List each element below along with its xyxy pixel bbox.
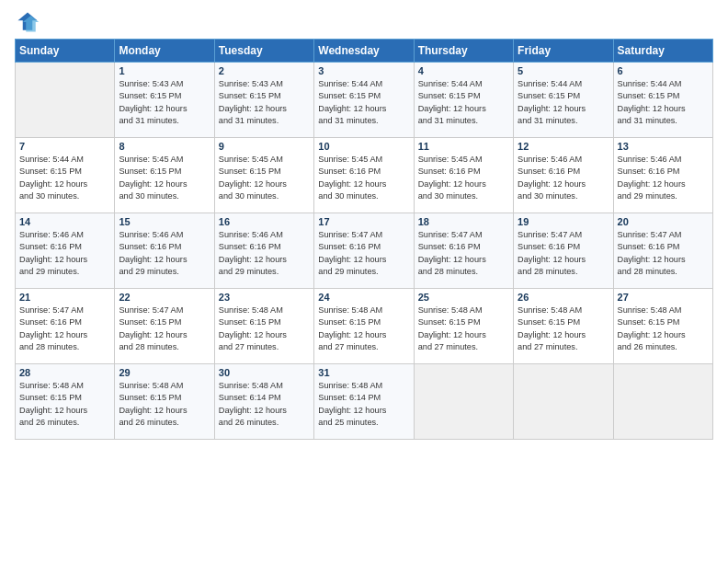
day-info: Sunrise: 5:43 AM Sunset: 6:15 PM Dayligh… bbox=[119, 78, 210, 127]
day-info: Sunrise: 5:47 AM Sunset: 6:16 PM Dayligh… bbox=[518, 229, 609, 278]
calendar-cell: 31Sunrise: 5:48 AM Sunset: 6:14 PM Dayli… bbox=[314, 364, 414, 440]
day-info: Sunrise: 5:48 AM Sunset: 6:15 PM Dayligh… bbox=[618, 304, 709, 353]
day-info: Sunrise: 5:48 AM Sunset: 6:15 PM Dayligh… bbox=[418, 304, 509, 353]
day-info: Sunrise: 5:44 AM Sunset: 6:15 PM Dayligh… bbox=[418, 78, 509, 127]
day-number: 4 bbox=[418, 65, 509, 76]
day-number: 11 bbox=[418, 141, 509, 152]
day-number: 5 bbox=[518, 65, 609, 76]
day-info: Sunrise: 5:45 AM Sunset: 6:16 PM Dayligh… bbox=[418, 154, 509, 202]
day-number: 19 bbox=[518, 216, 609, 227]
day-info: Sunrise: 5:48 AM Sunset: 6:14 PM Dayligh… bbox=[219, 380, 310, 429]
day-number: 7 bbox=[19, 141, 110, 152]
calendar-cell: 2Sunrise: 5:43 AM Sunset: 6:15 PM Daylig… bbox=[214, 63, 313, 138]
day-number: 30 bbox=[219, 367, 310, 378]
header bbox=[15, 9, 713, 35]
calendar-cell: 19Sunrise: 5:47 AM Sunset: 6:16 PM Dayli… bbox=[514, 213, 613, 289]
calendar-table: SundayMondayTuesdayWednesdayThursdayFrid… bbox=[15, 39, 713, 440]
day-number: 18 bbox=[418, 216, 509, 227]
header-cell-saturday: Saturday bbox=[613, 40, 712, 63]
day-info: Sunrise: 5:45 AM Sunset: 6:15 PM Dayligh… bbox=[219, 154, 310, 202]
day-number: 31 bbox=[318, 367, 409, 378]
calendar-header: SundayMondayTuesdayWednesdayThursdayFrid… bbox=[16, 40, 713, 63]
calendar-cell: 28Sunrise: 5:48 AM Sunset: 6:15 PM Dayli… bbox=[16, 364, 115, 440]
day-number: 13 bbox=[618, 141, 709, 152]
calendar-cell: 24Sunrise: 5:48 AM Sunset: 6:15 PM Dayli… bbox=[314, 289, 414, 364]
calendar-cell: 18Sunrise: 5:47 AM Sunset: 6:16 PM Dayli… bbox=[414, 213, 513, 289]
day-info: Sunrise: 5:45 AM Sunset: 6:15 PM Dayligh… bbox=[119, 154, 210, 202]
page-container: SundayMondayTuesdayWednesdayThursdayFrid… bbox=[0, 0, 728, 449]
calendar-cell: 17Sunrise: 5:47 AM Sunset: 6:16 PM Dayli… bbox=[314, 213, 414, 289]
calendar-cell: 7Sunrise: 5:44 AM Sunset: 6:15 PM Daylig… bbox=[16, 138, 115, 213]
day-info: Sunrise: 5:47 AM Sunset: 6:16 PM Dayligh… bbox=[418, 229, 509, 278]
day-number: 21 bbox=[19, 292, 110, 303]
calendar-cell bbox=[414, 364, 513, 440]
week-row-4: 21Sunrise: 5:47 AM Sunset: 6:16 PM Dayli… bbox=[16, 289, 713, 364]
day-number: 23 bbox=[219, 292, 310, 303]
calendar-cell: 12Sunrise: 5:46 AM Sunset: 6:16 PM Dayli… bbox=[514, 138, 613, 213]
calendar-cell: 22Sunrise: 5:47 AM Sunset: 6:15 PM Dayli… bbox=[115, 289, 214, 364]
week-row-3: 14Sunrise: 5:46 AM Sunset: 6:16 PM Dayli… bbox=[16, 213, 713, 289]
day-number: 28 bbox=[19, 367, 110, 378]
calendar-cell: 5Sunrise: 5:44 AM Sunset: 6:15 PM Daylig… bbox=[514, 63, 613, 138]
day-number: 9 bbox=[219, 141, 310, 152]
day-info: Sunrise: 5:46 AM Sunset: 6:16 PM Dayligh… bbox=[618, 154, 709, 202]
day-info: Sunrise: 5:48 AM Sunset: 6:15 PM Dayligh… bbox=[19, 380, 110, 429]
week-row-2: 7Sunrise: 5:44 AM Sunset: 6:15 PM Daylig… bbox=[16, 138, 713, 213]
day-number: 25 bbox=[418, 292, 509, 303]
day-number: 3 bbox=[318, 65, 409, 76]
day-number: 29 bbox=[119, 367, 210, 378]
day-info: Sunrise: 5:48 AM Sunset: 6:15 PM Dayligh… bbox=[219, 304, 310, 353]
header-cell-tuesday: Tuesday bbox=[214, 40, 313, 63]
calendar-cell: 16Sunrise: 5:46 AM Sunset: 6:16 PM Dayli… bbox=[214, 213, 313, 289]
logo bbox=[15, 9, 44, 35]
calendar-cell: 25Sunrise: 5:48 AM Sunset: 6:15 PM Dayli… bbox=[414, 289, 513, 364]
day-number: 2 bbox=[219, 65, 310, 76]
header-cell-thursday: Thursday bbox=[414, 40, 513, 63]
day-info: Sunrise: 5:45 AM Sunset: 6:16 PM Dayligh… bbox=[318, 154, 409, 202]
day-number: 15 bbox=[119, 216, 210, 227]
day-info: Sunrise: 5:44 AM Sunset: 6:15 PM Dayligh… bbox=[318, 78, 409, 127]
header-row: SundayMondayTuesdayWednesdayThursdayFrid… bbox=[16, 40, 713, 63]
day-number: 26 bbox=[518, 292, 609, 303]
calendar-cell bbox=[514, 364, 613, 440]
day-info: Sunrise: 5:47 AM Sunset: 6:16 PM Dayligh… bbox=[19, 304, 110, 353]
day-number: 27 bbox=[618, 292, 709, 303]
calendar-cell: 6Sunrise: 5:44 AM Sunset: 6:15 PM Daylig… bbox=[613, 63, 712, 138]
day-info: Sunrise: 5:46 AM Sunset: 6:16 PM Dayligh… bbox=[518, 154, 609, 202]
week-row-1: 1Sunrise: 5:43 AM Sunset: 6:15 PM Daylig… bbox=[16, 63, 713, 138]
day-number: 14 bbox=[19, 216, 110, 227]
day-info: Sunrise: 5:48 AM Sunset: 6:15 PM Dayligh… bbox=[318, 304, 409, 353]
header-cell-friday: Friday bbox=[514, 40, 613, 63]
calendar-cell: 8Sunrise: 5:45 AM Sunset: 6:15 PM Daylig… bbox=[115, 138, 214, 213]
calendar-cell: 15Sunrise: 5:46 AM Sunset: 6:16 PM Dayli… bbox=[115, 213, 214, 289]
day-info: Sunrise: 5:43 AM Sunset: 6:15 PM Dayligh… bbox=[219, 78, 310, 127]
day-number: 10 bbox=[318, 141, 409, 152]
calendar-cell: 20Sunrise: 5:47 AM Sunset: 6:16 PM Dayli… bbox=[613, 213, 712, 289]
calendar-cell: 14Sunrise: 5:46 AM Sunset: 6:16 PM Dayli… bbox=[16, 213, 115, 289]
calendar-cell: 13Sunrise: 5:46 AM Sunset: 6:16 PM Dayli… bbox=[613, 138, 712, 213]
header-cell-sunday: Sunday bbox=[16, 40, 115, 63]
calendar-cell: 26Sunrise: 5:48 AM Sunset: 6:15 PM Dayli… bbox=[514, 289, 613, 364]
calendar-cell: 21Sunrise: 5:47 AM Sunset: 6:16 PM Dayli… bbox=[16, 289, 115, 364]
day-number: 16 bbox=[219, 216, 310, 227]
header-cell-monday: Monday bbox=[115, 40, 214, 63]
day-info: Sunrise: 5:48 AM Sunset: 6:15 PM Dayligh… bbox=[518, 304, 609, 353]
day-number: 6 bbox=[618, 65, 709, 76]
day-number: 22 bbox=[119, 292, 210, 303]
day-info: Sunrise: 5:44 AM Sunset: 6:15 PM Dayligh… bbox=[618, 78, 709, 127]
calendar-cell: 10Sunrise: 5:45 AM Sunset: 6:16 PM Dayli… bbox=[314, 138, 414, 213]
calendar-body: 1Sunrise: 5:43 AM Sunset: 6:15 PM Daylig… bbox=[16, 63, 713, 440]
calendar-cell: 23Sunrise: 5:48 AM Sunset: 6:15 PM Dayli… bbox=[214, 289, 313, 364]
calendar-cell: 3Sunrise: 5:44 AM Sunset: 6:15 PM Daylig… bbox=[314, 63, 414, 138]
day-info: Sunrise: 5:46 AM Sunset: 6:16 PM Dayligh… bbox=[219, 229, 310, 278]
day-info: Sunrise: 5:44 AM Sunset: 6:15 PM Dayligh… bbox=[518, 78, 609, 127]
header-cell-wednesday: Wednesday bbox=[314, 40, 414, 63]
day-info: Sunrise: 5:48 AM Sunset: 6:14 PM Dayligh… bbox=[318, 380, 409, 429]
day-number: 20 bbox=[618, 216, 709, 227]
day-info: Sunrise: 5:48 AM Sunset: 6:15 PM Dayligh… bbox=[119, 380, 210, 429]
day-number: 17 bbox=[318, 216, 409, 227]
calendar-cell: 29Sunrise: 5:48 AM Sunset: 6:15 PM Dayli… bbox=[115, 364, 214, 440]
day-info: Sunrise: 5:47 AM Sunset: 6:16 PM Dayligh… bbox=[318, 229, 409, 278]
calendar-cell bbox=[613, 364, 712, 440]
day-number: 1 bbox=[119, 65, 210, 76]
